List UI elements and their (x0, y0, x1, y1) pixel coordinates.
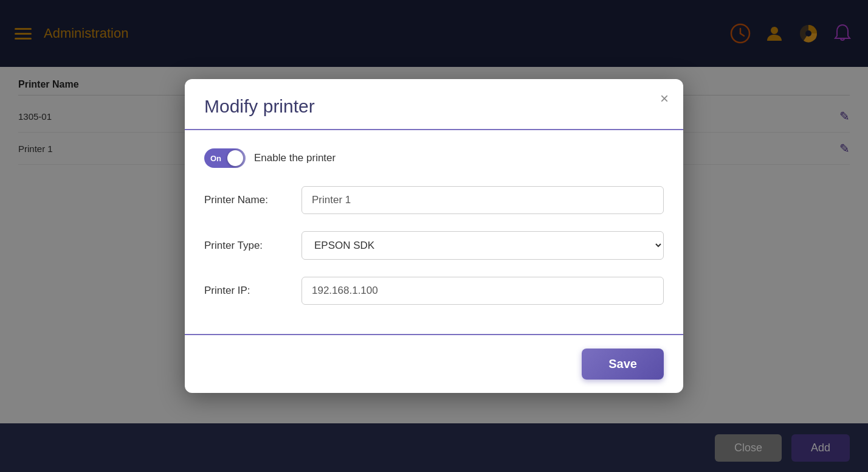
printer-ip-row: Printer IP: (204, 277, 664, 305)
printer-ip-label: Printer IP: (204, 285, 301, 297)
printer-name-input[interactable] (301, 186, 664, 214)
printer-ip-input[interactable] (301, 277, 664, 305)
modal-footer: Save (185, 335, 683, 393)
printer-type-select[interactable]: EPSON SDK Generic Star (301, 231, 664, 260)
modal-title: Modify printer (204, 96, 664, 117)
enable-printer-row: On Enable the printer (204, 148, 664, 168)
modal-body: On Enable the printer Printer Name: Prin… (185, 130, 683, 335)
printer-name-row: Printer Name: (204, 186, 664, 214)
printer-type-row: Printer Type: EPSON SDK Generic Star (204, 231, 664, 260)
toggle-knob (227, 150, 243, 166)
printer-type-label: Printer Type: (204, 240, 301, 252)
save-button[interactable]: Save (582, 349, 664, 380)
modal-close-button[interactable]: × (660, 91, 669, 106)
modal-overlay: Modify printer × On Enable the printer P… (0, 0, 868, 472)
enable-printer-label: Enable the printer (254, 152, 336, 164)
modal-header: Modify printer × (185, 79, 683, 130)
modify-printer-modal: Modify printer × On Enable the printer P… (185, 79, 683, 393)
printer-name-label: Printer Name: (204, 194, 301, 206)
enable-printer-toggle[interactable]: On (204, 148, 246, 168)
toggle-on-label: On (210, 154, 221, 163)
